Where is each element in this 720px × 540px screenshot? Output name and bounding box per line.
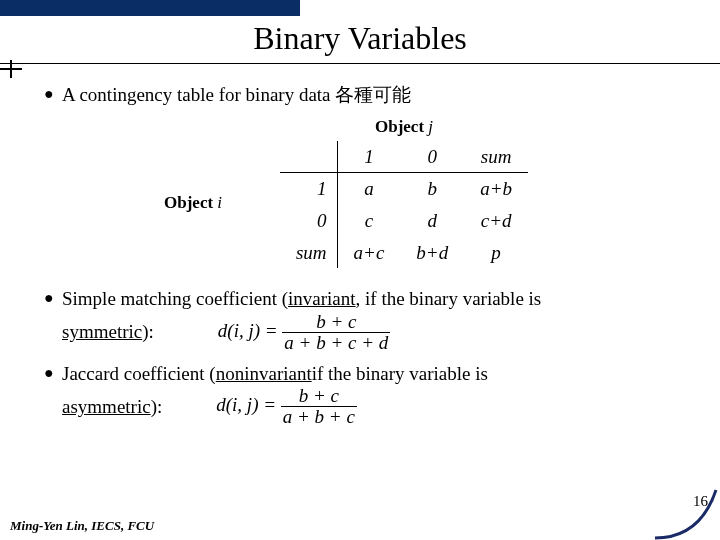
hdr-1: 1 bbox=[337, 141, 400, 173]
eq-den: a + b + c + d bbox=[282, 333, 390, 353]
table-row: 1 a b a+b bbox=[280, 173, 528, 205]
table-row: 0 c d c+d bbox=[280, 205, 528, 237]
cell-b: b bbox=[400, 173, 464, 205]
t-underline: invariant bbox=[288, 286, 356, 312]
content: ● A contingency table for binary data 各種… bbox=[0, 64, 720, 427]
t: , if the binary variable is bbox=[356, 286, 542, 312]
bullet-text: Jaccard coefficient (noninvariant if the… bbox=[62, 361, 692, 428]
bullet-contingency: ● A contingency table for binary data 各種… bbox=[44, 82, 692, 108]
hdr-sum: sum bbox=[464, 141, 528, 173]
t-underline: symmetric bbox=[62, 321, 142, 342]
table-header-row: 1 0 sum bbox=[280, 141, 528, 173]
eq-num: b + c bbox=[282, 312, 390, 333]
cell-bd: b+d bbox=[400, 237, 464, 269]
r3-lead: sum bbox=[280, 237, 337, 269]
bullet-jaccard: ● Jaccard coefficient (noninvariant if t… bbox=[44, 361, 692, 428]
cell-cd: c+d bbox=[464, 205, 528, 237]
contingency-table: 1 0 sum 1 a b a+b 0 c d c+d sum a+c b+d … bbox=[280, 141, 528, 269]
table-row: sum a+c b+d p bbox=[280, 237, 528, 269]
title-ornament bbox=[0, 60, 26, 78]
bullet-icon: ● bbox=[44, 286, 62, 353]
object-j-var: j bbox=[428, 117, 433, 136]
hdr-0: 0 bbox=[400, 141, 464, 173]
eq-lhs: d(i, j) = bbox=[216, 394, 281, 415]
bullet-text: A contingency table for binary data 各種可能 bbox=[62, 82, 692, 108]
accent-band bbox=[0, 0, 300, 16]
object-i-var: i bbox=[217, 193, 222, 212]
cell-p: p bbox=[464, 237, 528, 269]
cell-ac: a+c bbox=[337, 237, 400, 269]
object-j-word: Object bbox=[375, 117, 428, 136]
eq-num: b + c bbox=[281, 386, 357, 407]
equation-smc: d(i, j) = b + c a + b + c + d bbox=[218, 312, 390, 353]
t: ): bbox=[142, 321, 154, 342]
cell-d: d bbox=[400, 205, 464, 237]
bullet-icon: ● bbox=[44, 82, 62, 108]
object-j-label: Object j bbox=[174, 116, 634, 139]
t: if the binary variable is bbox=[312, 361, 488, 387]
contingency-table-wrap: Object j Object i 1 0 sum 1 a b a+b 0 c … bbox=[174, 116, 634, 269]
hdr-blank bbox=[280, 141, 337, 173]
eq-den: a + b + c bbox=[281, 407, 357, 427]
cell-c: c bbox=[337, 205, 400, 237]
t: ): bbox=[151, 396, 163, 417]
t-underline: noninvariant bbox=[216, 361, 312, 387]
bullet-text: Simple matching coefficient (invariant, … bbox=[62, 286, 692, 353]
fraction: b + c a + b + c bbox=[281, 386, 357, 427]
t: Simple matching coefficient ( bbox=[62, 286, 288, 312]
page-title: Binary Variables bbox=[0, 20, 720, 57]
fraction: b + c a + b + c + d bbox=[282, 312, 390, 353]
cell-a: a bbox=[337, 173, 400, 205]
equation-jaccard: d(i, j) = b + c a + b + c bbox=[216, 386, 357, 427]
r1-lead: 1 bbox=[280, 173, 337, 205]
bullet-smc: ● Simple matching coefficient (invariant… bbox=[44, 286, 692, 353]
r2-lead: 0 bbox=[280, 205, 337, 237]
cell-ab: a+b bbox=[464, 173, 528, 205]
bullet-icon: ● bbox=[44, 361, 62, 428]
t: Jaccard coefficient ( bbox=[62, 361, 216, 387]
t-underline: asymmetric bbox=[62, 396, 151, 417]
eq-lhs: d(i, j) = bbox=[218, 320, 283, 341]
object-i-word: Object bbox=[164, 193, 217, 212]
object-i-label: Object i bbox=[164, 192, 222, 215]
corner-curl-icon bbox=[650, 480, 720, 540]
footer-credit: Ming-Yen Lin, IECS, FCU bbox=[10, 518, 154, 534]
